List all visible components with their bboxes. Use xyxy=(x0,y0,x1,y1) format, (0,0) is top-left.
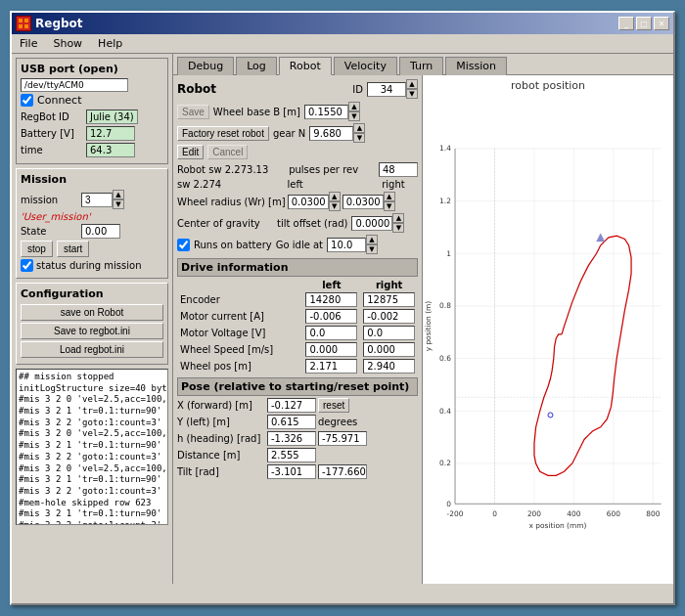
wheel-speed-left: 0.000 xyxy=(305,342,357,357)
distance-value: 2.555 xyxy=(267,448,316,462)
log-line-12: #mis 3 2 1 'tr=0.1:turn=90' xyxy=(19,508,165,520)
wheel-speed-row: Wheel Speed [m/s] 0.000 0.000 xyxy=(177,341,418,358)
svg-rect-2 xyxy=(24,19,28,22)
close-button[interactable]: ✕ xyxy=(654,17,669,30)
time-value: 64.3 xyxy=(86,143,135,157)
pose-title: Pose (relative to starting/reset point) xyxy=(181,380,409,393)
wr-left-down[interactable]: ▼ xyxy=(329,201,341,211)
wheel-pos-left: 2.171 xyxy=(305,359,357,374)
reset-pose-button[interactable]: reset xyxy=(318,398,349,413)
mission-row: mission ▲ ▼ xyxy=(21,190,163,209)
heading-row: h (heading) [rad] -1.326 -75.971 xyxy=(177,431,418,446)
usb-port-row: /dev/ttyACM0 xyxy=(21,78,163,92)
stop-button[interactable]: stop xyxy=(21,241,53,257)
tilt-value: -3.101 xyxy=(267,464,316,479)
right-col-header: right xyxy=(360,279,418,291)
svg-text:1.2: 1.2 xyxy=(439,197,451,205)
cancel-button[interactable]: Cancel xyxy=(207,145,248,159)
wb-spin-down[interactable]: ▼ xyxy=(348,111,360,121)
load-button[interactable]: Load regbot.ini xyxy=(21,341,163,358)
tab-velocity[interactable]: Velocity xyxy=(334,57,397,75)
encoder-right: 12875 xyxy=(363,292,415,307)
go-idle-label: Go idle at xyxy=(276,240,323,250)
wheel-pos-right: 2.940 xyxy=(363,359,415,374)
tilt-down[interactable]: ▼ xyxy=(392,223,404,233)
tab-robot[interactable]: Robot xyxy=(279,57,332,75)
left-panel: USB port (open) /dev/ttyACM0 Connect Reg… xyxy=(12,54,173,584)
connect-label: Connect xyxy=(37,94,81,107)
battery-label: Battery [V] xyxy=(21,128,84,139)
status-mission-checkbox[interactable] xyxy=(21,259,33,272)
wr-right-down[interactable]: ▼ xyxy=(384,201,395,211)
mission-spin-down[interactable]: ▼ xyxy=(113,199,124,209)
state-value: 0.00 xyxy=(81,224,120,239)
config-section: Configuration save on Robot Save to regb… xyxy=(16,283,168,365)
factory-reset-button[interactable]: Factory reset robot xyxy=(177,126,269,141)
chart-panel: robot position xyxy=(423,75,673,584)
mission-spin-up[interactable]: ▲ xyxy=(113,190,124,199)
state-row: State 0.00 xyxy=(21,224,163,239)
menu-help[interactable]: Help xyxy=(94,36,126,51)
distance-row: Distance [m] 2.555 xyxy=(177,448,418,462)
usb-port-value: /dev/ttyACM0 xyxy=(21,78,128,92)
idle-down[interactable]: ▼ xyxy=(366,244,378,254)
save-button[interactable]: Save xyxy=(177,105,209,119)
mission-input[interactable] xyxy=(81,193,113,207)
mission-spin: ▲ ▼ xyxy=(81,190,124,209)
gear-spinbtns: ▲ ▼ xyxy=(353,123,365,143)
y-value: 0.615 xyxy=(267,415,316,429)
tab-log[interactable]: Log xyxy=(236,57,277,75)
minimize-button[interactable]: _ xyxy=(618,17,634,30)
time-label: time xyxy=(21,145,84,155)
wr-left-value: 0.0300 xyxy=(288,195,329,209)
wr-right-up[interactable]: ▲ xyxy=(384,192,395,201)
x-label: X (forward) [m] xyxy=(177,400,265,411)
cog-label: Center of gravity xyxy=(177,218,275,229)
connect-row: Connect xyxy=(21,94,163,107)
wr-left-up[interactable]: ▲ xyxy=(329,192,341,201)
tab-turn[interactable]: Turn xyxy=(399,57,443,75)
id-spin-down[interactable]: ▼ xyxy=(406,89,418,99)
encoder-label: Encoder xyxy=(177,291,302,308)
gear-spin: 9.680 ▲ ▼ xyxy=(309,123,365,143)
status-mission-row: status during mission xyxy=(21,259,163,272)
svg-text:600: 600 xyxy=(607,509,620,518)
encoder-left: 14280 xyxy=(305,292,357,307)
edit-button[interactable]: Edit xyxy=(177,145,204,159)
edit-cancel-row: Edit Cancel xyxy=(177,145,418,159)
gear-spin-up[interactable]: ▲ xyxy=(353,123,365,133)
app-icon xyxy=(16,16,31,31)
runs-on-battery-checkbox[interactable] xyxy=(177,239,190,251)
save-wheelbase-row: Save Wheel base B [m] 0.1550 ▲ ▼ xyxy=(177,102,418,121)
battery-idle-row: Runs on battery Go idle at 10.0 ▲▼ xyxy=(177,235,418,254)
mission-spinbtns: ▲ ▼ xyxy=(113,190,124,209)
pulses-label: pulses per rev xyxy=(289,164,358,175)
maximize-button[interactable]: □ xyxy=(636,17,652,30)
save-robot-button[interactable]: save on Robot xyxy=(21,304,163,321)
menu-file[interactable]: File xyxy=(16,36,41,51)
connect-checkbox[interactable] xyxy=(21,94,33,107)
log-area: ## mission stopped initLogStructure size… xyxy=(16,369,168,525)
log-line-7: #mis 3 2 2 'goto:1:count=3' xyxy=(19,452,165,463)
tilt-deg-value: -177.660 xyxy=(318,464,367,479)
tab-mission[interactable]: Mission xyxy=(445,57,507,75)
svg-rect-1 xyxy=(19,19,23,22)
tab-debug[interactable]: Debug xyxy=(177,57,234,75)
gear-spin-down[interactable]: ▼ xyxy=(353,133,365,143)
log-line-3: #mis 3 2 1 'tr=0.1:turn=90' xyxy=(19,406,165,418)
tilt-up[interactable]: ▲ xyxy=(392,213,404,223)
runs-on-battery-label: Runs on battery xyxy=(194,240,272,250)
svg-text:0: 0 xyxy=(492,509,497,518)
menubar: File Show Help xyxy=(12,34,673,54)
start-button[interactable]: start xyxy=(57,241,89,257)
idle-up[interactable]: ▲ xyxy=(366,235,378,244)
id-spinbtns: ▲ ▼ xyxy=(406,79,418,99)
wb-spin-up[interactable]: ▲ xyxy=(348,102,360,111)
id-spin: 34 ▲ ▼ xyxy=(367,79,418,99)
wr-left-spin: 0.0300 ▲▼ xyxy=(288,192,341,211)
menu-show[interactable]: Show xyxy=(49,36,86,51)
id-spin-up[interactable]: ▲ xyxy=(406,79,418,89)
save-regbot-button[interactable]: Save to regbot.ini xyxy=(21,323,163,339)
factory-gear-row: Factory reset robot gear N 9.680 ▲ ▼ xyxy=(177,123,418,143)
id-row: ID 34 ▲ ▼ xyxy=(352,79,418,99)
